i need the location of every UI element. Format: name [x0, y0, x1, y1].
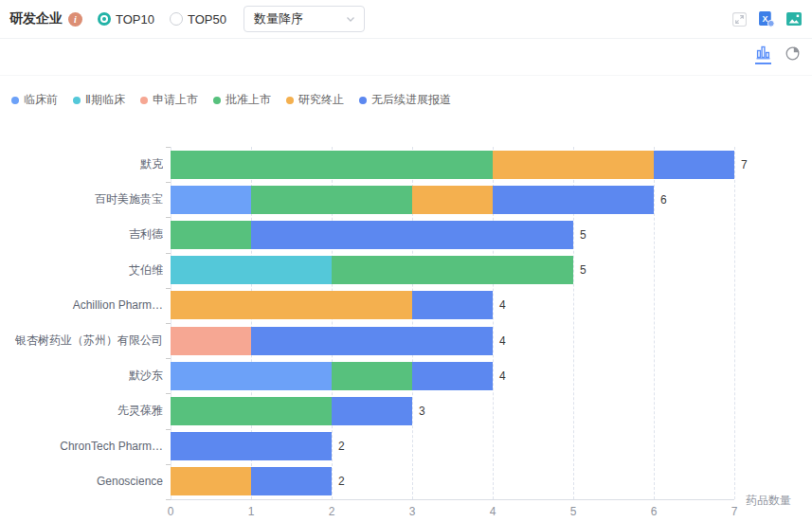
bar-value-label: 4 — [499, 362, 506, 390]
y-axis-tick — [166, 464, 171, 465]
bar-value-label: 5 — [580, 221, 586, 249]
bar-value-label: 4 — [499, 291, 506, 319]
bar-segment-批准上市[interactable] — [171, 221, 251, 249]
bar-segment-无后续进展报道[interactable] — [654, 151, 734, 179]
y-axis-tick — [166, 393, 171, 394]
stacked-bar-chart: 默克7百时美施贵宝6吉利德5艾伯维5Achillion Pharm…4银杏树药业… — [0, 0, 812, 522]
bar-segment-无后续进展报道[interactable] — [251, 327, 493, 355]
category-label: 艾伯维 — [0, 253, 163, 288]
bar-segment-批准上市[interactable] — [171, 397, 332, 425]
bar-segment-无后续进展报道[interactable] — [412, 291, 493, 319]
category-label: 银杏树药业（苏州）有限公司 — [0, 323, 163, 358]
bar-value-label: 5 — [580, 256, 586, 284]
y-axis-tick — [166, 217, 171, 218]
category-label: 吉利德 — [0, 217, 163, 252]
category-label: ChronTech Pharm… — [0, 429, 163, 464]
x-tick-label: 2 — [313, 505, 351, 518]
bar-segment-无后续进展报道[interactable] — [493, 186, 654, 214]
x-tick-label: 5 — [554, 505, 592, 518]
y-axis-tick — [166, 253, 171, 254]
bar-segment-申请上市[interactable] — [171, 327, 251, 355]
bar-segment-无后续进展报道[interactable] — [412, 362, 493, 390]
bar-segment-无后续进展报道[interactable] — [332, 397, 412, 425]
bar-segment-批准上市[interactable] — [332, 256, 573, 284]
x-tick-label: 1 — [232, 505, 270, 518]
bar-segment-无后续进展报道[interactable] — [251, 467, 332, 495]
gridline-6 — [654, 147, 655, 499]
y-axis-tick — [166, 182, 171, 183]
drug-company-chart-widget: 研发企业 i TOP10 TOP50 数量降序 — [0, 0, 812, 522]
x-tick-label: 4 — [474, 505, 512, 518]
bar-segment-研究终止[interactable] — [171, 467, 251, 495]
bar-segment-临床前[interactable] — [171, 186, 251, 214]
bar-segment-临床前[interactable] — [171, 362, 332, 390]
bar-segment-研究终止[interactable] — [412, 186, 493, 214]
bar-segment-Ⅱ期临床[interactable] — [171, 256, 332, 284]
category-label: 默克 — [0, 147, 163, 182]
y-axis-tick — [166, 429, 171, 430]
bar-segment-批准上市[interactable] — [251, 186, 412, 214]
category-label: 先灵葆雅 — [0, 393, 163, 428]
category-label: 默沙东 — [0, 358, 163, 393]
x-tick-label: 3 — [393, 505, 431, 518]
bar-segment-无后续进展报道[interactable] — [171, 432, 332, 460]
bar-segment-研究终止[interactable] — [493, 151, 654, 179]
x-axis-line — [171, 499, 734, 500]
y-axis-tick — [166, 499, 171, 500]
bar-value-label: 3 — [419, 397, 425, 425]
x-axis-title: 药品数量 — [746, 493, 791, 509]
x-tick-label: 6 — [635, 505, 673, 518]
category-label: 百时美施贵宝 — [0, 182, 163, 217]
y-axis-tick — [166, 323, 171, 324]
x-tick-label: 0 — [152, 505, 189, 518]
bar-value-label: 2 — [338, 432, 345, 460]
bar-segment-批准上市[interactable] — [171, 151, 493, 179]
bar-segment-无后续进展报道[interactable] — [251, 221, 573, 249]
bar-value-label: 7 — [741, 151, 748, 179]
y-axis-tick — [166, 288, 171, 289]
bar-value-label: 2 — [338, 467, 345, 495]
category-label: Achillion Pharm… — [0, 288, 163, 323]
bar-value-label: 4 — [499, 327, 506, 355]
y-axis-tick — [166, 147, 171, 148]
bar-value-label: 6 — [660, 186, 667, 214]
gridline-7 — [734, 147, 735, 499]
category-label: Genoscience — [0, 464, 163, 499]
y-axis-tick — [166, 358, 171, 359]
bar-segment-批准上市[interactable] — [332, 362, 412, 390]
bar-segment-研究终止[interactable] — [171, 291, 412, 319]
